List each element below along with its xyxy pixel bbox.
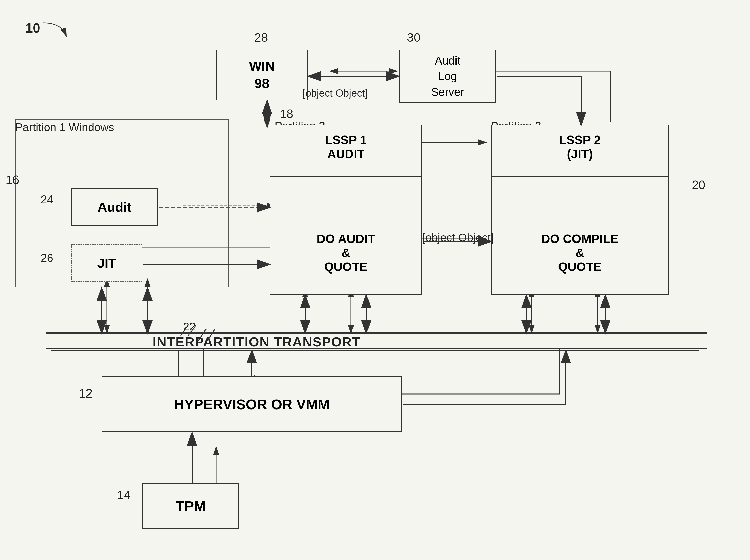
hypervisor-box: HYPERVISOR OR VMM	[102, 376, 402, 432]
ip-socket-label: [object Object]	[303, 86, 368, 100]
audit-small-label: Audit	[98, 200, 132, 215]
audit-log-server-label: AuditLogServer	[431, 53, 464, 100]
ref-10: 10	[25, 20, 40, 36]
win98-box: WIN98	[216, 49, 308, 100]
lssp1-label: LSSP 1AUDIT	[325, 133, 367, 161]
lssp2-sub-label: DO COMPILE&QUOTE	[541, 232, 618, 274]
tpm-box: TPM	[142, 483, 239, 529]
ref-28: 28	[254, 31, 268, 44]
win98-label: WIN98	[249, 58, 275, 92]
ref-22: 22	[183, 320, 196, 333]
ref-12: 12	[79, 386, 92, 400]
transport-label: INTERPARTITION TRANSPORT	[153, 334, 361, 349]
ref-30: 30	[407, 31, 420, 44]
ref-10-arrow	[41, 20, 71, 41]
jit-small-box: JIT	[71, 244, 142, 282]
ref-20: 20	[692, 178, 705, 192]
lssp1-sub-label: DO AUDIT&QUOTE	[317, 232, 375, 274]
audit-small-box: Audit	[71, 188, 158, 226]
ref-24: 24	[41, 193, 53, 206]
rpc-label: [object Object]	[422, 231, 494, 244]
ref-16: 16	[6, 173, 19, 187]
tpm-label: TPM	[176, 498, 206, 514]
audit-log-server-box: AuditLogServer	[399, 49, 496, 103]
ref-18: 18	[280, 107, 293, 121]
ref-26: 26	[41, 252, 53, 264]
diagram-container: 10 28 WIN98 30 AuditLogServer [object Ob…	[0, 0, 750, 560]
jit-small-label: JIT	[97, 256, 116, 271]
lssp2-label: LSSP 2(JIT)	[559, 133, 601, 161]
ref-14: 14	[117, 488, 131, 502]
lssp2-box: LSSP 2(JIT) DO COMPILE&QUOTE	[491, 124, 669, 295]
hypervisor-label: HYPERVISOR OR VMM	[174, 396, 330, 413]
lssp1-box: LSSP 1AUDIT DO AUDIT&QUOTE	[270, 124, 422, 295]
